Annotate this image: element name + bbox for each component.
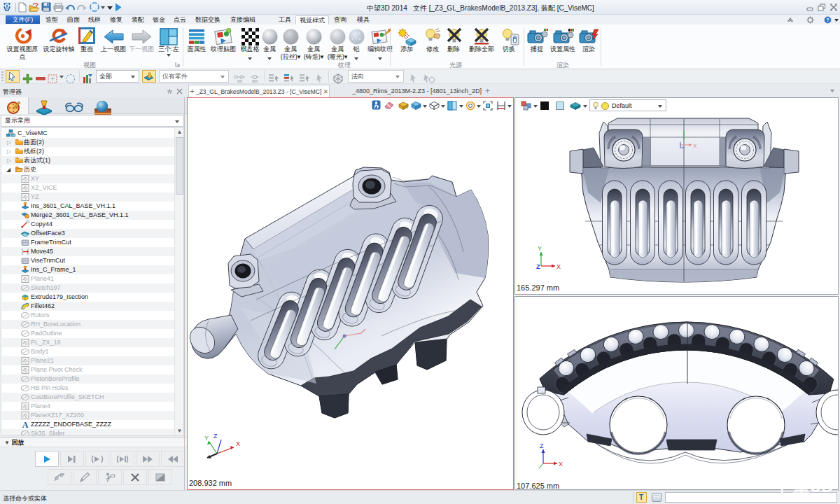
svg-text:X: X (693, 143, 697, 149)
svg-text:Z: Z (214, 433, 218, 440)
svg-text:X: X (559, 461, 563, 468)
svg-text:Y: Y (538, 245, 542, 252)
svg-text:X: X (236, 440, 240, 447)
svg-text:Z: Z (540, 442, 544, 449)
svg-text:Z: Z (536, 263, 540, 270)
svg-text:X: X (556, 263, 561, 270)
svg-text:Y: Y (204, 435, 209, 442)
svg-text:A: A (22, 421, 29, 428)
svg-text:?: ? (826, 17, 830, 23)
